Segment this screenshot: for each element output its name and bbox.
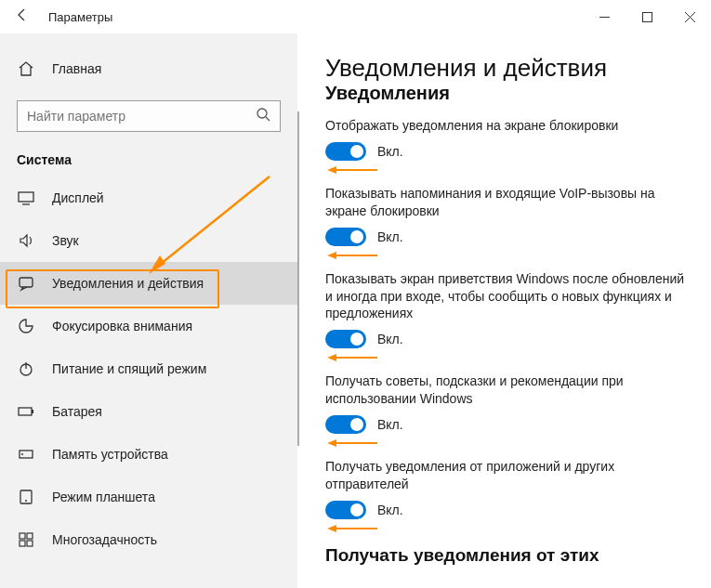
setting-description: Показывать напоминания и входящие VoIP-в… [325, 185, 687, 220]
svg-marker-30 [327, 525, 336, 532]
svg-marker-24 [327, 252, 336, 259]
back-button[interactable] [0, 7, 45, 28]
svg-marker-22 [327, 166, 336, 174]
svg-marker-28 [327, 439, 336, 447]
setting-tips: Получать советы, подсказки и рекомендаци… [325, 372, 687, 449]
toggle-state: Вкл. [377, 417, 403, 432]
nav-label: Режим планшета [52, 490, 297, 504]
nav-label: Батарея [52, 404, 297, 419]
power-icon [17, 360, 35, 377]
setting-lockscreen-notifications: Отображать уведомления на экране блокиро… [325, 117, 687, 176]
nav-item-storage[interactable]: Память устройства [0, 433, 297, 476]
nav-label: Фокусировка внимания [52, 319, 297, 333]
setting-description: Получать советы, подсказки и рекомендаци… [325, 372, 687, 408]
content-area: Уведомления и действия Уведомления Отобр… [297, 33, 711, 588]
annotation-arrow [325, 250, 687, 261]
nav-item-focus[interactable]: Фокусировка внимания [0, 305, 297, 347]
nav-label: Уведомления и действия [52, 276, 297, 291]
nav-item-multitask[interactable]: Многозадачность [0, 518, 297, 561]
setting-app-notifications: Получать уведомления от приложений и дру… [325, 458, 687, 534]
svg-rect-12 [32, 410, 33, 413]
annotation-arrow [325, 523, 687, 534]
display-icon [17, 189, 35, 206]
multitask-icon [17, 531, 35, 548]
setting-voip-lockscreen: Показывать напоминания и входящие VoIP-в… [325, 185, 687, 261]
tablet-icon [17, 489, 35, 505]
toggle-switch[interactable] [325, 330, 366, 348]
nav-item-notifications[interactable]: Уведомления и действия [0, 262, 297, 305]
svg-rect-17 [20, 533, 25, 539]
storage-icon [17, 446, 35, 463]
svg-point-14 [21, 453, 23, 455]
search-input[interactable] [27, 109, 256, 124]
toggle-switch[interactable] [325, 501, 366, 519]
svg-rect-11 [19, 408, 32, 415]
svg-rect-20 [27, 541, 33, 546]
setting-description: Показывать экран приветствия Windows пос… [325, 270, 687, 323]
svg-marker-26 [327, 354, 336, 361]
toggle-state: Вкл. [377, 229, 403, 244]
home-label: Главная [52, 61, 101, 76]
minimize-button[interactable] [583, 0, 625, 33]
nav-label: Многозадачность [52, 532, 297, 547]
home-icon [17, 60, 35, 77]
toggle-switch[interactable] [325, 415, 366, 434]
annotation-arrow [325, 352, 687, 363]
nav-label: Дисплей [52, 190, 297, 205]
titlebar: Параметры [0, 0, 711, 33]
nav-label: Звук [52, 233, 297, 248]
svg-line-5 [266, 117, 270, 121]
sound-icon [17, 232, 35, 249]
section-heading-receive: Получать уведомления от этих [325, 545, 687, 566]
maximize-button[interactable] [625, 0, 668, 33]
svg-rect-19 [20, 541, 25, 546]
svg-rect-8 [20, 278, 33, 287]
nav-item-sound[interactable]: Звук [0, 219, 297, 262]
window-title: Параметры [45, 10, 583, 24]
nav-label: Питание и спящий режим [52, 361, 297, 376]
sidebar: Главная Система Дисплей Звук Уведомления… [0, 33, 297, 588]
setting-welcome-screen: Показывать экран приветствия Windows пос… [325, 270, 687, 364]
nav-item-display[interactable]: Дисплей [0, 176, 297, 219]
search-icon [256, 107, 270, 125]
svg-rect-6 [19, 192, 33, 202]
setting-description: Отображать уведомления на экране блокиро… [325, 117, 687, 135]
nav-item-tablet[interactable]: Режим планшета [0, 476, 297, 518]
svg-rect-1 [642, 12, 652, 21]
category-heading: Система [0, 147, 297, 176]
annotation-arrow [325, 438, 687, 449]
notification-icon [17, 275, 35, 292]
toggle-state: Вкл. [377, 144, 403, 159]
home-link[interactable]: Главная [0, 50, 297, 87]
toggle-state: Вкл. [377, 332, 403, 346]
svg-point-16 [25, 500, 27, 502]
nav-label: Память устройства [52, 447, 297, 462]
section-heading: Уведомления [325, 83, 687, 104]
setting-description: Получать уведомления от приложений и дру… [325, 458, 687, 493]
nav-item-battery[interactable]: Батарея [0, 390, 297, 433]
toggle-switch[interactable] [325, 228, 366, 246]
svg-rect-18 [27, 533, 33, 539]
battery-icon [17, 403, 35, 420]
nav-item-power[interactable]: Питание и спящий режим [0, 347, 297, 390]
focus-icon [17, 318, 35, 334]
toggle-state: Вкл. [377, 503, 403, 517]
search-input-container[interactable] [17, 100, 281, 132]
page-title: Уведомления и действия [325, 54, 687, 83]
scroll-indicator[interactable] [297, 111, 299, 446]
close-button[interactable] [668, 0, 711, 33]
annotation-arrow [325, 164, 687, 176]
toggle-switch[interactable] [325, 142, 366, 161]
svg-point-4 [257, 109, 267, 118]
